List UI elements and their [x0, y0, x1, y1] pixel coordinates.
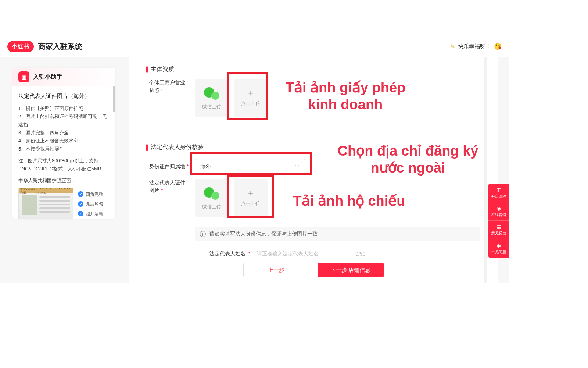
annotation-text-license: Tải ảnh giấy phép kinh doanh	[279, 79, 412, 113]
floating-side-panel: ▥开店课程 ◉在线咨询 ▤意见反馈 ▦常见问题	[488, 184, 509, 258]
side-item-courses[interactable]: ▥开店课程	[488, 184, 509, 202]
info-banner: i 请如实填写法人身份信息，保证与上传图片一致	[195, 227, 480, 241]
annotation-box-license-upload	[227, 72, 268, 120]
assistant-body: 法定代表人证件图片（海外） 1、提供【护照】正面原件拍照 2、照片上的姓名和证件…	[12, 86, 115, 219]
wechat-upload-label: 微信上传	[202, 204, 221, 210]
annotation-text-passport: Tải ảnh hộ chiếu	[283, 193, 415, 210]
side-item-faq[interactable]: ▦常见问题	[488, 239, 509, 258]
wechat-icon	[204, 86, 219, 100]
label-rep-name: 法定代表人姓名 *	[209, 251, 250, 257]
tip-item: 4、身份证上不包含无效水印	[18, 137, 110, 145]
annotation-text-region: Chọn địa chỉ đăng ký nước ngoài	[320, 143, 496, 176]
tip-item: 1、提供【护照】正面原件拍照	[18, 105, 110, 113]
rep-name-charcount: 0/50	[355, 251, 365, 257]
annotation-box-passport-upload	[227, 175, 274, 218]
tip-item: 3、照片完整、四角齐全	[18, 129, 110, 137]
assistant-header: ▣ 入驻小助手	[12, 68, 115, 86]
label-business-license: 个体工商户营业执照*	[149, 79, 190, 94]
feedback-icon: ▤	[496, 224, 501, 230]
wechat-upload-label: 微信上传	[202, 103, 221, 110]
label-rep-photo: 法定代表人证件图片*	[149, 179, 190, 194]
annotation-box-select-region	[190, 152, 312, 175]
assistant-icon: ▣	[18, 71, 29, 82]
sidebar-scrollbar[interactable]	[113, 86, 115, 112]
check-label: 亮度均匀	[86, 200, 103, 208]
assistant-title: 入驻小助手	[33, 73, 62, 81]
passport-checks: ✓四角完整 ✓亮度均匀 ✓照片清晰	[78, 191, 103, 217]
input-rep-name[interactable]: 请正确输入法定代表人姓名	[257, 251, 349, 257]
user-avatar-emoji-icon: 😘	[494, 43, 502, 50]
section-entity-qualification: 主体资质	[146, 66, 174, 73]
faq-icon: ▦	[496, 243, 501, 248]
wechat-upload-box[interactable]: 微信上传	[195, 79, 229, 117]
headset-icon: ◉	[496, 205, 501, 211]
tip-note: 注：图片尺寸为800*800px以上，支持PNG/JPG/JPEG格式，大小不超…	[18, 157, 110, 173]
side-item-consult[interactable]: ◉在线咨询	[488, 202, 509, 221]
check-label: 四角完整	[86, 191, 103, 198]
side-item-feedback[interactable]: ▤意见反馈	[488, 221, 509, 239]
info-icon: i	[200, 231, 206, 237]
content-area: ▣ 入驻小助手 法定代表人证件图片（海外） 1、提供【护照】正面原件拍照 2、照…	[0, 57, 509, 283]
pencil-icon: ✎	[450, 43, 455, 50]
header-user[interactable]: ✎ 快乐幸福呀！ 😘	[450, 43, 502, 50]
user-greeting: 快乐幸福呀！	[458, 43, 491, 50]
assistant-sidebar: ▣ 入驻小助手 法定代表人证件图片（海外） 1、提供【护照】正面原件拍照 2、照…	[12, 68, 115, 219]
assistant-section-title: 法定代表人证件图片（海外）	[18, 91, 110, 101]
info-banner-text: 请如实填写法人身份信息，保证与上传图片一致	[209, 231, 318, 237]
check-icon: ✓	[78, 191, 83, 197]
section-identity-verification: 法定代表人身份核验	[146, 144, 204, 151]
app-header: 小红书 商家入驻系统 ✎ 快乐幸福呀！ 😘	[0, 35, 509, 57]
wechat-upload-box-2[interactable]: 微信上传	[195, 179, 229, 217]
tip-item: 5、不接受截屏拍屏件	[18, 145, 110, 153]
passport-caption: 中华人民共和国护照正面：	[18, 177, 110, 185]
wechat-icon	[204, 186, 219, 201]
tip-item: 2、照片上的姓名和证件号码清晰可见，无遮挡	[18, 113, 110, 129]
passport-sample-image: 中华人民共和国PEOPLE'S REPUBLIC OF CHINA	[18, 188, 74, 219]
label-id-region: 身份证件归属地*	[149, 163, 190, 170]
check-label: 照片清晰	[86, 210, 103, 217]
book-icon: ▥	[496, 187, 501, 193]
check-icon: ✓	[78, 201, 83, 207]
prev-button[interactable]: 上一步	[243, 263, 309, 277]
check-icon: ✓	[78, 211, 83, 216]
blank-topbar	[0, 0, 509, 35]
footer-buttons: 上一步 下一步 店铺信息	[129, 263, 498, 277]
next-button[interactable]: 下一步 店铺信息	[318, 263, 384, 277]
header-title: 商家入驻系统	[38, 42, 82, 52]
logo-pill: 小红书	[7, 41, 34, 52]
row-rep-name: 法定代表人姓名 * 请正确输入法定代表人姓名 0/50	[209, 251, 366, 257]
